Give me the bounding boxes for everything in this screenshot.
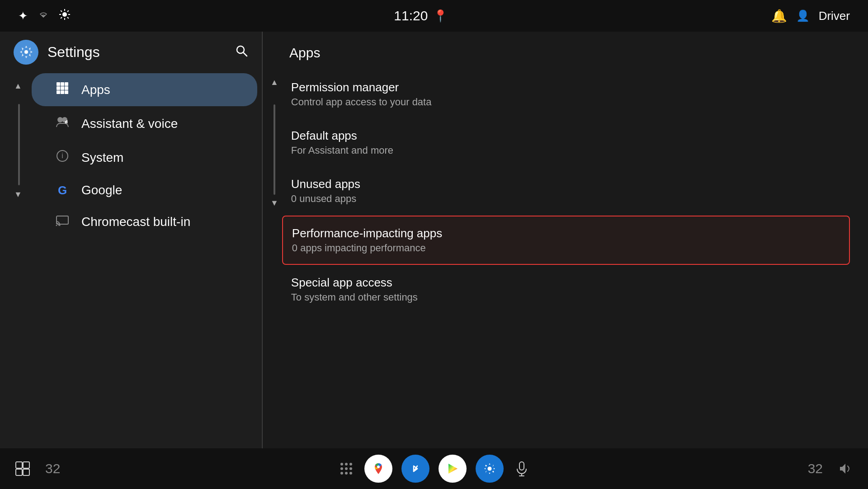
svg-point-38 bbox=[345, 472, 348, 475]
sidebar-items: Apps Assistant & voice bbox=[27, 72, 262, 238]
svg-line-7 bbox=[67, 10, 69, 12]
permission-manager-title: Permission manager bbox=[291, 80, 823, 94]
sidebar-item-system-label: System bbox=[81, 150, 123, 165]
location-icon: 📍 bbox=[433, 9, 448, 23]
svg-rect-16 bbox=[61, 86, 64, 90]
sidebar-section: ▲ ▼ bbox=[0, 72, 262, 238]
taskbar-app-bluetooth[interactable] bbox=[401, 455, 429, 483]
unused-apps-title: Unused apps bbox=[291, 177, 823, 191]
gear-icon bbox=[19, 45, 33, 59]
volume-icon[interactable] bbox=[836, 460, 854, 478]
sidebar-header: Settings bbox=[0, 32, 262, 72]
sidebar-item-chromecast-label: Chromecast built-in bbox=[81, 215, 190, 229]
wifi-icon bbox=[37, 9, 50, 23]
sidebar-title: Settings bbox=[47, 44, 100, 61]
status-bar-right: 🔔 👤 Driver bbox=[771, 9, 850, 24]
content-item-unused-apps[interactable]: Unused apps 0 unused apps bbox=[282, 167, 850, 215]
taskbar-right: 32 bbox=[808, 460, 854, 478]
sidebar-item-chromecast[interactable]: Chromecast built-in bbox=[32, 207, 257, 237]
svg-point-34 bbox=[340, 467, 343, 470]
performance-impacting-subtitle: 0 apps impacting performance bbox=[292, 242, 822, 254]
sidebar: Settings ▲ ▼ bbox=[0, 32, 262, 448]
taskbar-apps-grid[interactable] bbox=[337, 460, 355, 478]
content-section: ▲ ▼ Permission manager Control app acces… bbox=[262, 70, 868, 314]
window-icon[interactable] bbox=[14, 460, 32, 478]
brightness-icon bbox=[59, 9, 71, 24]
svg-rect-18 bbox=[57, 90, 60, 94]
chromecast-icon bbox=[54, 215, 71, 229]
main-layout: Settings ▲ ▼ bbox=[0, 32, 868, 448]
taskbar-left-number: 32 bbox=[45, 461, 60, 476]
svg-point-37 bbox=[340, 472, 343, 475]
svg-point-0 bbox=[62, 12, 67, 17]
search-button[interactable] bbox=[235, 44, 248, 61]
svg-rect-29 bbox=[16, 469, 22, 475]
svg-point-43 bbox=[488, 467, 492, 471]
svg-point-31 bbox=[340, 463, 343, 465]
svg-line-6 bbox=[67, 17, 69, 19]
google-icon: G bbox=[54, 183, 71, 197]
user-name: Driver bbox=[819, 9, 850, 23]
svg-rect-30 bbox=[23, 469, 29, 475]
taskbar: 32 bbox=[0, 448, 868, 489]
status-bar-left: ✦ bbox=[18, 9, 71, 24]
svg-line-11 bbox=[243, 52, 247, 56]
bluetooth-icon: ✦ bbox=[18, 9, 28, 23]
svg-rect-44 bbox=[519, 462, 524, 470]
taskbar-app-play[interactable] bbox=[439, 455, 467, 483]
person-icon: 👤 bbox=[796, 9, 810, 22]
bell-icon: 🔔 bbox=[771, 9, 787, 24]
content-item-special-app-access[interactable]: Special app access To system and other s… bbox=[282, 266, 850, 313]
content-item-performance-impacting[interactable]: Performance-impacting apps 0 apps impact… bbox=[282, 216, 850, 265]
sidebar-item-system[interactable]: i System bbox=[32, 141, 257, 174]
special-app-access-subtitle: To system and other settings bbox=[291, 292, 823, 303]
sidebar-item-google[interactable]: G Google bbox=[32, 175, 257, 206]
sidebar-item-apps-label: Apps bbox=[81, 83, 110, 97]
status-bar: ✦ 11:20 📍 🔔 👤 Driv bbox=[0, 0, 868, 32]
svg-rect-12 bbox=[57, 82, 60, 86]
svg-rect-14 bbox=[65, 82, 68, 86]
svg-rect-27 bbox=[16, 462, 22, 468]
svg-point-36 bbox=[349, 467, 352, 470]
sidebar-scrollbar bbox=[18, 104, 20, 185]
taskbar-app-settings[interactable] bbox=[476, 455, 504, 483]
svg-marker-42 bbox=[448, 464, 458, 474]
sidebar-item-google-label: Google bbox=[81, 183, 122, 197]
sidebar-header-left: Settings bbox=[14, 40, 100, 65]
content-item-permission-manager[interactable]: Permission manager Control app access to… bbox=[282, 71, 850, 118]
unused-apps-subtitle: 0 unused apps bbox=[291, 193, 823, 205]
sidebar-item-assistant-label: Assistant & voice bbox=[81, 117, 178, 131]
content-collapse-up[interactable]: ▲ bbox=[267, 74, 282, 91]
svg-point-35 bbox=[345, 467, 348, 470]
system-icon: i bbox=[54, 149, 71, 166]
sidebar-collapse-up[interactable]: ▲ bbox=[9, 77, 27, 95]
svg-point-26 bbox=[56, 225, 57, 226]
microphone-icon[interactable] bbox=[513, 460, 531, 478]
settings-icon-circle bbox=[14, 40, 38, 65]
content-collapse-down[interactable]: ▼ bbox=[267, 195, 282, 212]
content-panel: Apps ▲ ▼ Permission manager Control app … bbox=[262, 32, 868, 448]
sidebar-item-apps[interactable]: Apps bbox=[32, 73, 257, 106]
special-app-access-title: Special app access bbox=[291, 276, 823, 290]
taskbar-right-number: 32 bbox=[808, 461, 823, 476]
svg-rect-20 bbox=[65, 90, 68, 94]
taskbar-left: 32 bbox=[14, 460, 60, 478]
taskbar-center bbox=[337, 455, 531, 483]
svg-point-33 bbox=[349, 463, 352, 465]
taskbar-app-maps[interactable] bbox=[364, 455, 392, 483]
sidebar-collapse-down[interactable]: ▼ bbox=[9, 185, 27, 203]
sidebar-item-assistant[interactable]: Assistant & voice bbox=[32, 107, 257, 140]
svg-rect-25 bbox=[57, 216, 68, 224]
svg-rect-13 bbox=[61, 82, 64, 86]
content-scrollbar bbox=[274, 104, 275, 195]
svg-text:i: i bbox=[61, 152, 63, 160]
default-apps-title: Default apps bbox=[291, 129, 823, 143]
status-bar-center: 11:20 📍 bbox=[394, 8, 448, 24]
svg-rect-15 bbox=[57, 86, 60, 90]
svg-point-41 bbox=[377, 465, 380, 468]
svg-point-39 bbox=[349, 472, 352, 475]
performance-impacting-title: Performance-impacting apps bbox=[292, 226, 822, 240]
content-item-default-apps[interactable]: Default apps For Assistant and more bbox=[282, 119, 850, 166]
content-items: Permission manager Control app access to… bbox=[282, 70, 859, 314]
svg-rect-19 bbox=[61, 90, 64, 94]
